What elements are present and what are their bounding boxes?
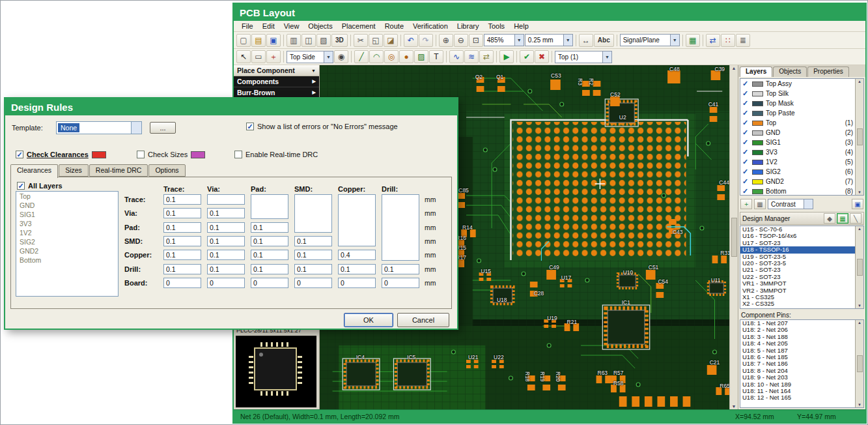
layers-scrollbar[interactable]: ▲ ▼	[855, 79, 863, 195]
new-icon[interactable]: ▢	[236, 34, 251, 47]
dialog-layer-item-sig2[interactable]: SIG2	[16, 237, 118, 246]
scroll-up-icon[interactable]: ▲	[858, 227, 861, 231]
layer-visible-check-icon[interactable]: ✓	[742, 158, 749, 166]
undo-icon[interactable]: ↶	[404, 34, 418, 47]
dialog-layer-item-1v2[interactable]: 1V2	[16, 228, 118, 237]
place-component-header[interactable]: Place Component ▼	[234, 65, 319, 76]
layer-color-swatch[interactable]	[752, 179, 763, 184]
clearance-field-copper-pad[interactable]: 0.1	[251, 250, 288, 260]
layer-row-top-paste[interactable]: ✓Top Paste	[740, 108, 855, 118]
clearance-field-smd-smd[interactable]: 0.1	[294, 236, 332, 246]
layer-color-swatch[interactable]	[752, 121, 763, 126]
clearance-field-smd-via[interactable]: 0.1	[207, 236, 245, 246]
select-tool-icon[interactable]: ↖	[236, 50, 251, 63]
clearance-field-pad-trace[interactable]: 0.1	[163, 222, 201, 233]
window-titlebar[interactable]: PCB Layout	[234, 4, 865, 21]
tab-properties[interactable]: Properties	[807, 66, 849, 77]
layer-row-1v2[interactable]: ✓1V2(5)	[740, 157, 855, 167]
tab-layers[interactable]: Layers	[740, 66, 772, 77]
layer-visible-check-icon[interactable]: ✓	[742, 138, 749, 147]
clearance-field-board-copper[interactable]: 0	[338, 278, 376, 288]
all-layers-checkbox[interactable]: ✓ All Layers	[17, 182, 63, 190]
clearance-field-drill-pad[interactable]: 0.1	[251, 264, 288, 274]
layer-visible-check-icon[interactable]: ✓	[742, 80, 749, 88]
scroll-up-icon[interactable]: ▲	[858, 321, 861, 325]
menu-objects[interactable]: Objects	[303, 22, 337, 31]
clearance-field-board-smd[interactable]: 0	[294, 278, 332, 288]
layer-color-swatch[interactable]	[752, 169, 763, 175]
dm-layers-icon[interactable]: ◆	[824, 213, 835, 224]
layer-visible-check-icon[interactable]: ✓	[742, 177, 749, 186]
layer-color-swatch[interactable]	[752, 189, 763, 194]
line-tool-icon[interactable]: ╱	[354, 50, 369, 63]
layer-visible-check-icon[interactable]: ✓	[742, 128, 749, 137]
component-item-x2[interactable]: X2 - CS325	[740, 300, 855, 307]
clearance-field-drill-drill[interactable]: 0.1	[382, 264, 419, 274]
export-icon[interactable]: ▧	[316, 34, 331, 47]
layer-row-bottom[interactable]: ✓Bottom(8)	[740, 186, 855, 195]
print-icon[interactable]: ▥	[287, 34, 301, 47]
clearance-field-drill-via[interactable]: 0.1	[207, 264, 245, 274]
layer-setup-icon[interactable]: ▦	[754, 199, 766, 209]
dm-highlight-icon[interactable]: ▦	[837, 213, 848, 224]
layer-visible-check-icon[interactable]: ✓	[742, 99, 749, 108]
menu-library[interactable]: Library	[453, 22, 484, 31]
fill-tool-icon[interactable]: ▨	[414, 50, 428, 63]
component-item-vr1[interactable]: VR1 - 3MMPOT	[740, 280, 855, 287]
clearances-color-swatch[interactable]	[92, 151, 106, 158]
pins-scrollbar[interactable]: ▲ ▼	[855, 320, 863, 407]
template-select[interactable]: None	[56, 121, 142, 134]
print-preview-icon[interactable]: ◫	[301, 34, 316, 47]
menu-help[interactable]: Help	[509, 22, 533, 31]
text-abc-button[interactable]: Abc	[594, 34, 614, 47]
dialog-layer-item-bottom[interactable]: Bottom	[16, 256, 118, 265]
clearance-field-board-trace[interactable]: 0	[163, 278, 201, 288]
tab-sizes[interactable]: Sizes	[59, 164, 89, 177]
menu-placement[interactable]: Placement	[337, 22, 380, 31]
pad-tool-icon[interactable]: ◎	[384, 50, 399, 63]
canvas-vscrollbar[interactable]: ▲ ▼	[729, 65, 738, 409]
realtime-drc-checkbox[interactable]: Enable Real-time DRC	[234, 151, 318, 158]
pin-item[interactable]: U18: 4 - Net 205	[740, 340, 855, 347]
dialog-layer-item-3v3[interactable]: 3V3	[16, 219, 118, 228]
paste-icon[interactable]: ◪	[384, 34, 398, 47]
scroll-thumb[interactable]	[731, 218, 737, 257]
layer-pair-select[interactable]: Signal/Plane▼	[620, 34, 680, 46]
scroll-up-icon[interactable]: ▲	[858, 80, 861, 83]
layer-visible-check-icon[interactable]: ✓	[742, 109, 749, 117]
dialog-layer-item-gnd[interactable]: GND	[16, 201, 118, 210]
arc-tool-icon[interactable]: ◠	[369, 50, 384, 63]
dialog-titlebar[interactable]: Design Rules	[5, 98, 457, 115]
display-mode-icon[interactable]: ▣	[852, 199, 863, 209]
browse-template-button[interactable]: ...	[150, 122, 176, 134]
drc-check-icon[interactable]: ✔	[520, 50, 534, 63]
check-sizes-checkbox[interactable]: Check Sizes	[137, 151, 205, 158]
current-layer-select[interactable]: Top (1)▼	[555, 51, 612, 63]
pin-item[interactable]: U18: 12 - Net 165	[740, 394, 855, 401]
layer-row-gnd2[interactable]: ✓GND2(7)	[740, 177, 855, 186]
scroll-down-icon[interactable]: ▼	[858, 403, 861, 407]
layer-color-swatch[interactable]	[752, 130, 763, 136]
layer-color-swatch[interactable]	[752, 81, 763, 87]
clearance-field-trace-trace[interactable]: 0.1	[163, 194, 201, 205]
scroll-down-icon[interactable]: ▼	[858, 304, 861, 308]
side-select[interactable]: Top Side▼	[287, 51, 333, 63]
clearance-field-drill-smd[interactable]: 0.1	[294, 264, 332, 274]
menu-file[interactable]: File	[237, 22, 258, 31]
layer-row-top[interactable]: ✓Top(1)	[740, 118, 855, 128]
layer-row-top-mask[interactable]: ✓Top Mask	[740, 98, 855, 108]
clearance-field-board-drill[interactable]: 0	[382, 278, 419, 288]
cancel-button[interactable]: Cancel	[397, 313, 449, 327]
clearance-field-drill-copper[interactable]: 0.1	[338, 264, 376, 274]
layer-row-top-silk[interactable]: ✓Top Silk	[740, 89, 855, 98]
clearance-field-smd-trace[interactable]: 0.1	[163, 236, 201, 246]
tab-clearances[interactable]: Clearances	[10, 164, 58, 178]
run-autoroute-icon[interactable]: ▶	[499, 50, 514, 63]
clearance-field-pad-pad[interactable]: 0.1	[251, 222, 288, 233]
save-icon[interactable]: ▣	[266, 34, 281, 47]
scroll-thumb[interactable]	[857, 355, 863, 372]
cut-icon[interactable]: ✂	[354, 34, 368, 47]
layer-color-swatch[interactable]	[752, 111, 763, 116]
board-3d-icon[interactable]: ▦	[686, 34, 700, 47]
scroll-down-icon[interactable]: ▼	[732, 404, 736, 409]
